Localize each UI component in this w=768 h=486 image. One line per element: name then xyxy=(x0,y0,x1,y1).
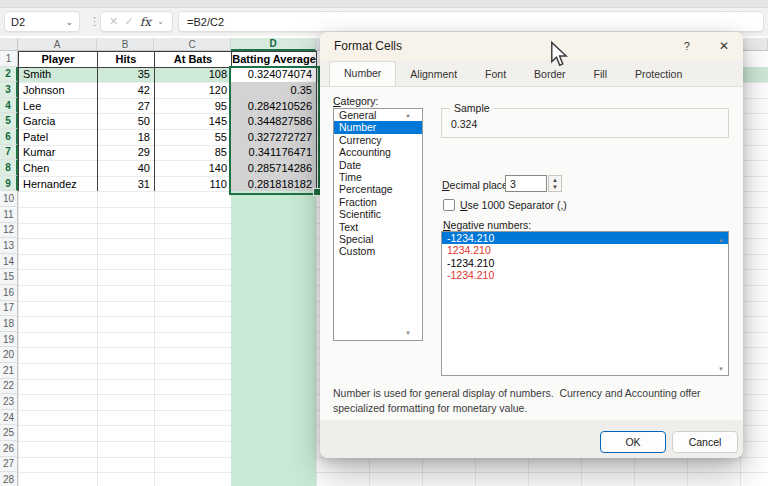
cell[interactable]: 108 xyxy=(154,67,232,83)
cell[interactable]: Lee xyxy=(18,98,98,114)
row-header-21[interactable]: 21 xyxy=(0,363,18,379)
cell[interactable]: Kumar xyxy=(18,145,98,161)
cell[interactable]: Chen xyxy=(18,160,98,176)
row-header-14[interactable]: 14 xyxy=(0,254,18,270)
cell[interactable]: Johnson xyxy=(18,82,98,98)
cell[interactable]: Patel xyxy=(18,129,98,145)
row-header-8[interactable]: 8 xyxy=(0,160,18,176)
corner-cell[interactable] xyxy=(0,38,18,51)
cell[interactable]: 50 xyxy=(97,113,155,129)
cell[interactable]: 95 xyxy=(154,98,232,114)
row-header-28[interactable]: 28 xyxy=(0,472,18,486)
row-header-11[interactable]: 11 xyxy=(0,207,18,223)
name-box[interactable]: D2 ⌄ xyxy=(4,11,80,32)
cancel-formula-icon[interactable]: ✕ xyxy=(109,15,118,28)
decimal-places-input[interactable]: 3 xyxy=(505,175,547,192)
col-header-D[interactable]: D xyxy=(231,38,316,51)
negative-format-option[interactable]: 1234.210 xyxy=(442,244,728,256)
category-listbox[interactable]: GeneralNumberCurrencyAccountingDateTimeP… xyxy=(333,108,423,341)
row-header-20[interactable]: 20 xyxy=(0,347,18,363)
tab-fill[interactable]: Fill xyxy=(580,63,621,86)
insert-function-icon[interactable]: fx xyxy=(140,15,151,29)
category-item-fraction[interactable]: Fraction xyxy=(334,196,422,208)
cell[interactable]: 27 xyxy=(97,98,155,114)
category-item-percentage[interactable]: Percentage xyxy=(334,183,422,195)
cell[interactable]: 0.284210526 xyxy=(231,98,317,114)
scroll-down-icon[interactable]: ▼ xyxy=(718,366,724,372)
ok-button[interactable]: OK xyxy=(600,431,666,453)
tab-font[interactable]: Font xyxy=(471,63,520,86)
cell[interactable]: Smith xyxy=(18,67,98,83)
cell[interactable]: 110 xyxy=(154,176,232,192)
row-header-15[interactable]: 15 xyxy=(0,269,18,285)
cell[interactable]: 42 xyxy=(97,82,155,98)
row-header-5[interactable]: 5 xyxy=(0,113,18,129)
cell[interactable]: 140 xyxy=(154,160,232,176)
tab-protection[interactable]: Protection xyxy=(621,63,696,86)
row-header-6[interactable]: 6 xyxy=(0,129,18,145)
category-item-scientific[interactable]: Scientific xyxy=(334,208,422,220)
row-header-7[interactable]: 7 xyxy=(0,145,18,161)
row-header-12[interactable]: 12 xyxy=(0,223,18,239)
cell[interactable]: 0.281818182 xyxy=(231,176,317,192)
row-header-25[interactable]: 25 xyxy=(0,425,18,441)
negative-format-option[interactable]: -1234.210 xyxy=(442,232,728,244)
cell[interactable]: 35 xyxy=(97,67,155,83)
category-item-date[interactable]: Date xyxy=(334,159,422,171)
row-header-9[interactable]: 9 xyxy=(0,176,18,192)
row-header-13[interactable]: 13 xyxy=(0,238,18,254)
cell[interactable]: 0.341176471 xyxy=(231,145,317,161)
cancel-button[interactable]: Cancel xyxy=(672,431,738,453)
category-item-time[interactable]: Time xyxy=(334,171,422,183)
col-header-B[interactable]: B xyxy=(97,38,154,51)
row-header-19[interactable]: 19 xyxy=(0,332,18,348)
table-header-at-bats[interactable]: At Bats xyxy=(154,51,232,68)
chevron-down-icon[interactable]: ⌄ xyxy=(157,17,164,26)
cell[interactable]: 0.285714286 xyxy=(231,160,317,176)
cell[interactable]: 85 xyxy=(154,145,232,161)
col-header-A[interactable]: A xyxy=(18,38,97,51)
enter-formula-icon[interactable]: ✓ xyxy=(124,15,133,28)
row-header-23[interactable]: 23 xyxy=(0,394,18,410)
tab-alignment[interactable]: Alignment xyxy=(396,63,471,86)
cell[interactable]: Hernandez xyxy=(18,176,98,192)
scroll-down-icon[interactable]: ▼ xyxy=(405,330,411,336)
scroll-up-icon[interactable]: ▲ xyxy=(405,112,411,118)
table-header-batting-average[interactable]: Batting Average xyxy=(231,51,317,68)
category-item-number[interactable]: Number xyxy=(334,121,422,133)
spinner-up-icon[interactable]: ▲ xyxy=(549,176,561,184)
row-header-27[interactable]: 27 xyxy=(0,457,18,473)
row-header-4[interactable]: 4 xyxy=(0,98,18,114)
negative-format-option[interactable]: -1234.210 xyxy=(442,269,728,281)
col-header-x12[interactable] xyxy=(740,38,768,51)
cell[interactable]: 18 xyxy=(97,129,155,145)
cell[interactable]: 0.327272727 xyxy=(231,129,317,145)
cell[interactable]: 120 xyxy=(154,82,232,98)
table-header-hits[interactable]: Hits xyxy=(97,51,155,68)
row-header-1[interactable]: 1 xyxy=(0,51,18,67)
row-header-18[interactable]: 18 xyxy=(0,316,18,332)
negative-format-option[interactable]: -1234.210 xyxy=(442,257,728,269)
cell[interactable]: Garcia xyxy=(18,113,98,129)
help-button[interactable]: ? xyxy=(672,32,702,60)
category-item-special[interactable]: Special xyxy=(334,233,422,245)
category-item-currency[interactable]: Currency xyxy=(334,134,422,146)
negative-numbers-listbox[interactable]: -1234.2101234.210-1234.210-1234.210 xyxy=(441,231,729,376)
row-header-22[interactable]: 22 xyxy=(0,379,18,395)
category-item-accounting[interactable]: Accounting xyxy=(334,146,422,158)
scroll-up-icon[interactable]: ▲ xyxy=(718,237,724,243)
row-header-26[interactable]: 26 xyxy=(0,441,18,457)
cell[interactable]: 145 xyxy=(154,113,232,129)
decimal-places-stepper[interactable]: ▲ ▼ xyxy=(548,175,562,192)
row-header-24[interactable]: 24 xyxy=(0,410,18,426)
formula-input[interactable]: =B2/C2 xyxy=(178,11,764,32)
row-header-3[interactable]: 3 xyxy=(0,82,18,98)
close-icon[interactable]: ✕ xyxy=(709,32,739,60)
cell[interactable]: 0.35 xyxy=(231,82,317,98)
use-1000-separator-checkbox[interactable] xyxy=(443,199,455,211)
category-item-custom[interactable]: Custom xyxy=(334,245,422,257)
category-item-text[interactable]: Text xyxy=(334,221,422,233)
spinner-down-icon[interactable]: ▼ xyxy=(549,184,561,192)
cell[interactable]: 0.324074074 xyxy=(231,67,317,83)
chevron-down-icon[interactable]: ⌄ xyxy=(65,17,73,27)
